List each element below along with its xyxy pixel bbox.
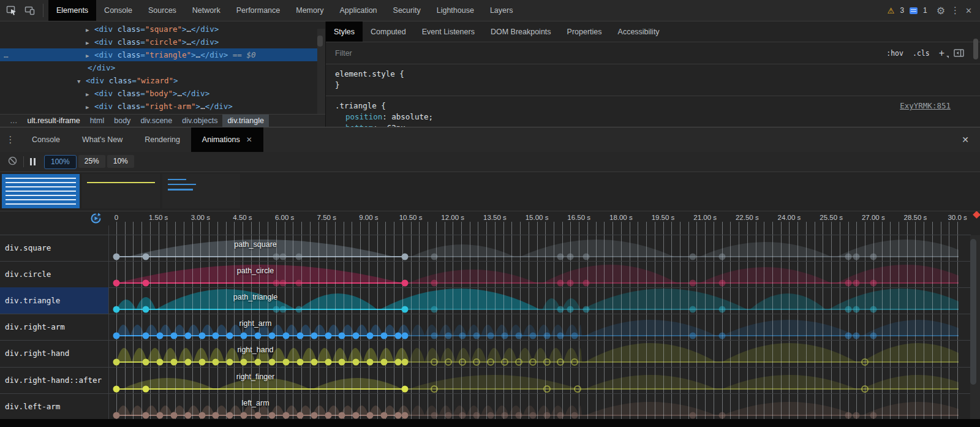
keyframe-dot[interactable] [571,412,578,418]
keyframe-dot[interactable] [402,306,409,312]
keyframe-dot[interactable] [515,333,522,339]
stylesheet-source-link[interactable]: ExyYRMK:851 [900,100,951,111]
keyframe-dot[interactable] [113,359,120,366]
breadcrumb-item-html[interactable]: html [85,115,110,127]
keyframe-dot[interactable] [689,306,696,312]
breadcrumb-item-div-objects[interactable]: div.objects [177,115,222,127]
keyframe-dot[interactable] [459,333,466,339]
collapsed-arrow-icon[interactable]: ▶ [86,37,94,50]
keyframe-dot[interactable] [295,279,302,286]
keyframe-dot[interactable] [227,333,233,339]
keyframe-dot[interactable] [488,412,494,418]
keyframe-dot[interactable] [431,333,438,339]
tab-event-listeners[interactable]: Event Listeners [414,21,483,42]
messages-count[interactable]: 1 [923,6,927,15]
keyframe-dot[interactable] [273,253,279,260]
drawer-kebab-menu-icon[interactable]: ⋮ [0,127,21,152]
keyframe-dot[interactable] [113,253,120,260]
keyframe-dot[interactable] [402,279,409,286]
keyframe-dot[interactable] [431,358,438,366]
breadcrumb-item-ult-result-iframe[interactable]: ult.result-iframe [23,115,85,127]
tab-network[interactable]: Network [184,0,228,21]
collapsed-arrow-icon[interactable]: ▶ [86,101,94,114]
keyframe-dot[interactable] [501,333,508,339]
keyframe-dot[interactable] [381,412,388,418]
keyframe-dot[interactable] [853,253,860,260]
timeline-scrollbar[interactable] [970,235,980,419]
keyframe-dot[interactable] [861,385,869,393]
animation-preview-2[interactable] [82,174,160,208]
keyframe-dot[interactable] [353,333,360,339]
keyframe-dot[interactable] [325,412,331,418]
keyframe-dot[interactable] [213,412,219,418]
dom-node[interactable]: ▶<div class="circle">…</div> [0,36,317,48]
keyframe-dot[interactable] [353,412,360,418]
keyframe-dot[interactable] [431,385,438,393]
keyframe-dot[interactable] [567,306,574,312]
keyframe-dot[interactable] [394,359,401,366]
keyframe-dot[interactable] [845,412,851,418]
dom-node[interactable]: ▼<div class="wizard"> [0,74,317,87]
keyframe-dot[interactable] [571,358,578,366]
keyframe-dot[interactable] [445,412,452,418]
keyframe-dot[interactable] [543,385,551,393]
keyframe-dot[interactable] [487,358,494,366]
device-toolbar-icon[interactable] [23,4,37,17]
keyframe-dot[interactable] [339,359,345,366]
css-property[interactable]: bottom: -62px; [335,123,980,127]
keyframe-dot[interactable] [845,279,851,286]
keyframe-dot[interactable] [394,412,401,418]
keyframe-dot[interactable] [113,279,120,286]
keyframe-dot[interactable] [529,412,536,418]
keyframe-dot[interactable] [515,358,522,366]
keyframe-dot[interactable] [473,333,480,339]
keyframe-dot[interactable] [582,279,589,286]
tab-security[interactable]: Security [385,0,429,21]
keyframe-dot[interactable] [325,359,331,366]
keyframe-dot[interactable] [402,333,409,339]
keyframe-dot[interactable] [543,412,550,418]
keyframe-dot[interactable] [198,359,205,366]
pseudo-state-toggle[interactable]: :hov [886,49,903,58]
inspect-element-icon[interactable] [5,4,18,17]
keyframe-dot[interactable] [170,333,177,339]
keyframe-dot[interactable] [870,253,876,260]
keyframe-dot[interactable] [339,333,345,339]
close-tab-icon[interactable]: ✕ [246,135,252,144]
keyframe-dot[interactable] [143,333,149,339]
tab-performance[interactable]: Performance [228,0,288,21]
warnings-count[interactable]: 3 [900,6,904,15]
keyframe-dot[interactable] [488,333,494,339]
keyframe-dot[interactable] [567,253,574,260]
timeline-row-div-circle[interactable]: div.circle [0,261,108,287]
keyframe-dot[interactable] [718,412,725,418]
keyframe-dot[interactable] [853,279,860,286]
keyframe-dot[interactable] [402,412,409,418]
collapsed-arrow-icon[interactable]: ▶ [86,50,94,62]
breadcrumb-item-[interactable]: … [5,115,23,127]
tab-styles[interactable]: Styles [326,21,363,42]
keyframe-dot[interactable] [431,279,438,286]
keyframe-dot[interactable] [255,412,262,418]
keyframe-dot[interactable] [213,333,219,339]
drawer-close-icon[interactable]: ✕ [962,135,980,145]
keyframe-dot[interactable] [445,358,452,366]
keyframe-dot[interactable] [198,412,205,418]
keyframe-dot[interactable] [473,412,480,418]
keyframe-dot[interactable] [113,333,120,339]
keyframe-dot[interactable] [296,359,303,366]
keyframe-dot[interactable] [529,358,537,366]
keyframe-dot[interactable] [227,359,233,366]
keyframe-dot[interactable] [156,333,163,339]
keyframe-dot[interactable] [143,385,149,392]
keyframe-dot[interactable] [845,306,851,312]
keyframe-dot[interactable] [280,279,287,286]
keyframe-dot[interactable] [295,306,302,312]
playback-rate-100[interactable]: 100% [44,155,77,169]
keyframe-dot[interactable] [845,333,851,339]
styles-scrollbar-thumb[interactable] [973,39,978,59]
keyframe-dot[interactable] [280,306,287,312]
keyframe-dot[interactable] [567,279,574,286]
keyframe-dot[interactable] [311,359,317,366]
css-property[interactable]: position: absolute; [335,111,980,123]
